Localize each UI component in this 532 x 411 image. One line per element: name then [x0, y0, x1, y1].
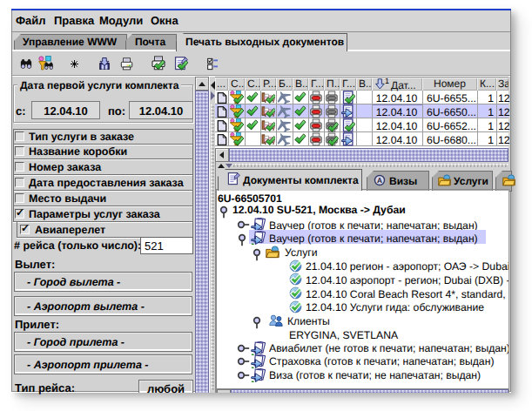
svg-text:А: А	[377, 177, 382, 185]
